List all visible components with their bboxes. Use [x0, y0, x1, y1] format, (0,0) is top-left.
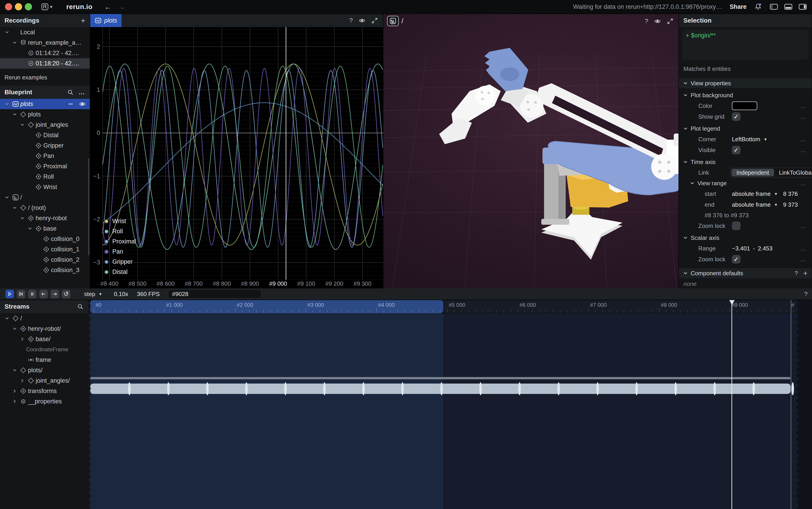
streams-item-frame[interactable]: frame [0, 355, 88, 365]
chevron-right-icon[interactable] [11, 388, 19, 394]
legend-item-gripper[interactable]: Gripper [104, 257, 136, 267]
streams-item-transforms[interactable]: transforms [0, 386, 88, 396]
chevron-right-icon[interactable] [19, 378, 26, 383]
add-recording-button[interactable]: + [81, 16, 85, 25]
help-icon[interactable]: ? [645, 18, 648, 25]
blueprint-item-base[interactable]: base [0, 224, 90, 234]
legend-item-roll[interactable]: Roll [104, 226, 136, 236]
event-marker[interactable] [791, 382, 794, 395]
blueprint-item-plots[interactable]: plots [0, 109, 90, 120]
more-menu-icon[interactable]: … [78, 89, 85, 96]
value-number[interactable]: 8 376 [783, 191, 798, 197]
blueprint-item-collision-1[interactable]: collision_1 [0, 244, 90, 254]
chevron-down-icon[interactable] [26, 226, 34, 231]
blueprint-item-gripper[interactable]: Gripper [0, 140, 90, 151]
playback-fps[interactable]: 360 FPS [137, 291, 160, 298]
pause-button[interactable] [28, 290, 37, 298]
legend-item-pan[interactable]: Pan [104, 247, 136, 257]
streams-item-joint-angles[interactable]: joint_angles/ [0, 375, 88, 386]
event-marker[interactable] [440, 382, 443, 395]
entity-query-editor[interactable]: + $origin/** [682, 30, 808, 60]
blueprint-item-proximal[interactable]: Proximal [0, 161, 90, 171]
property-value[interactable]: LeftBottom▾ [732, 136, 767, 143]
segment-independent[interactable]: Independent [732, 169, 774, 176]
timeseries-plot[interactable]: 210−1−2−3#8 400#8 500#8 600#8 700#8 800#… [90, 27, 383, 290]
maximize-view-icon[interactable] [371, 17, 378, 24]
blueprint-item-wrist[interactable]: Wrist [0, 182, 90, 192]
loop-button[interactable]: ↺ [62, 290, 70, 298]
streams-item-base[interactable]: base/ [0, 334, 88, 344]
blueprint-item-collision-2[interactable]: collision_2 [0, 254, 90, 265]
chevron-down-icon[interactable] [3, 30, 11, 35]
rerun-logo-menu[interactable]: ▾ [41, 3, 52, 11]
step-forward-button[interactable] [17, 290, 25, 298]
streams-item-plots[interactable]: plots/ [0, 365, 88, 375]
recordings-item-01-18-20-42[interactable]: 01:18:20 - 42.… [0, 58, 90, 69]
chevron-right-icon[interactable] [11, 399, 19, 404]
checkbox-checked[interactable]: ✓ [732, 255, 741, 264]
blueprint-item-collision-3[interactable]: collision_3 [0, 265, 90, 275]
subgroup-view-range[interactable]: View range… [679, 178, 812, 189]
chevron-down-icon[interactable] [683, 126, 688, 131]
chevron-right-icon[interactable] [19, 337, 26, 342]
back-button[interactable]: ← [104, 2, 112, 11]
chevron-down-icon[interactable] [690, 181, 695, 186]
section-component-defaults[interactable]: Component defaults?+ [679, 268, 812, 279]
event-marker[interactable] [713, 382, 716, 395]
property-value[interactable]: −3.401 - 2.453 [732, 245, 773, 252]
minimize-window-button[interactable] [15, 3, 22, 10]
eye-icon[interactable] [654, 18, 661, 25]
forward-button[interactable]: → [118, 2, 126, 11]
property-value[interactable]: ✓ [732, 146, 741, 154]
event-marker[interactable] [128, 382, 131, 395]
toggle-bottom-panel-icon[interactable] [784, 3, 792, 10]
chevron-down-icon[interactable] [19, 216, 26, 220]
event-marker[interactable] [596, 382, 599, 395]
tab-plots[interactable]: plots [90, 14, 121, 27]
more-options-icon[interactable]: … [800, 180, 807, 187]
toggle-right-panel-icon[interactable] [799, 3, 807, 10]
help-icon[interactable]: ? [795, 270, 798, 277]
event-marker[interactable] [674, 382, 677, 395]
blueprint-item-item[interactable]: / [0, 192, 90, 203]
checkbox-checked[interactable]: ✓ [732, 112, 741, 121]
blueprint-item-roll[interactable]: Roll [0, 171, 90, 182]
event-marker[interactable] [518, 382, 521, 395]
maximize-window-button[interactable] [25, 3, 32, 10]
more-options-icon[interactable]: … [800, 147, 807, 154]
recordings-item-01-14-22-42[interactable]: 01:14:22 - 42.… [0, 48, 90, 58]
group-time-axis[interactable]: Time axis [679, 157, 812, 167]
chevron-down-icon[interactable] [683, 93, 688, 98]
event-marker[interactable] [284, 382, 287, 395]
step-forward-time-button[interactable] [50, 290, 59, 298]
rerun-examples-item[interactable]: Rerun examples [0, 72, 90, 82]
property-value[interactable]: ✓ [732, 112, 741, 121]
share-button[interactable]: Share [730, 3, 747, 10]
notifications-button[interactable] [754, 3, 762, 11]
group-scalar-axis[interactable]: Scalar axis [679, 233, 812, 243]
streams-item-item[interactable]: / [0, 313, 88, 324]
event-marker[interactable] [401, 382, 404, 395]
chevron-down-icon[interactable] [683, 81, 688, 86]
recordings-item-local[interactable]: Local [0, 27, 90, 37]
more-options-icon[interactable]: … [800, 136, 807, 143]
streams-item-coordinateframe[interactable]: CoordinateFrame [0, 344, 88, 355]
time-cursor-line[interactable] [732, 304, 732, 509]
blueprint-item-joint-angles[interactable]: joint_angles [0, 120, 90, 130]
help-button[interactable]: ? [804, 291, 808, 298]
more-options-icon[interactable]: … [800, 256, 807, 263]
event-marker[interactable] [206, 382, 209, 395]
blueprint-item-root[interactable]: / (root) [0, 203, 90, 213]
more-options-icon[interactable]: … [800, 113, 807, 120]
event-marker[interactable] [362, 382, 365, 395]
eye-icon[interactable] [359, 17, 365, 24]
event-marker[interactable] [479, 382, 482, 395]
scrollbar-thumb[interactable] [88, 158, 89, 256]
add-component-icon[interactable]: + [803, 269, 808, 277]
event-marker[interactable] [557, 382, 560, 395]
more-options-icon[interactable]: … [800, 102, 807, 109]
step-back-time-button[interactable] [39, 290, 48, 298]
streams-item-henry-robot[interactable]: henry-robot/ [0, 324, 88, 334]
chevron-down-icon[interactable] [11, 40, 19, 45]
chevron-down-icon[interactable] [3, 316, 11, 321]
